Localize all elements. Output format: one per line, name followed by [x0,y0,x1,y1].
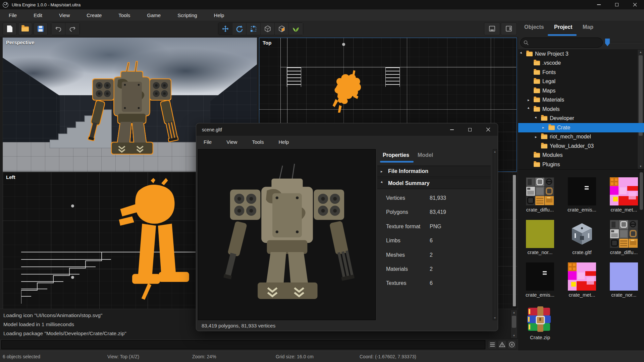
asset-thumbnail-pink-texture[interactable] [568,262,596,291]
asset-grid: crate_diffu... crate_emis... crate_met..… [518,169,644,351]
selection-handle-dot[interactable] [342,43,345,46]
scale-icon [250,25,258,33]
tree-item--vscode[interactable]: .vscode [518,59,644,68]
asset-thumbnail-zip-archive[interactable] [526,305,554,333]
tree-item-plugins[interactable]: Plugins [518,160,644,169]
tree-item-fonts[interactable]: Fonts [518,68,644,77]
redo-button[interactable] [65,23,79,35]
asset-thumbnail-periwinkle-texture[interactable] [610,262,638,291]
tree-item-crate[interactable]: ▸Crate [518,123,644,132]
warnings-toggle-button[interactable] [498,340,506,349]
model-viewer-window[interactable]: scene.gltf FileViewToolsHelp Properties … [196,123,498,331]
status-coord: Coord: (-1.67602, 7.93373) [360,354,416,359]
maximize-button[interactable] [608,0,626,9]
model-menu-help[interactable]: Help [278,139,289,145]
new-file-button[interactable] [3,22,17,35]
asset-thumbnail-black-texture[interactable] [526,262,554,291]
thumbnail-size-slider-track[interactable] [606,42,642,43]
menu-create[interactable]: Create [87,12,102,18]
tree-item-label: Plugins [542,162,560,168]
console-menu-button[interactable] [488,340,497,349]
asset-thumbnail-crate-texture[interactable] [610,220,638,248]
scroll-down-icon[interactable]: ▼ [493,316,497,320]
menu-tools[interactable]: Tools [118,12,130,18]
mech-side-silhouette[interactable] [118,177,199,306]
tree-item-developer[interactable]: ▸Developer [518,114,644,123]
tree-item-legal[interactable]: Legal [518,77,644,86]
cube-wireframe-icon [264,25,272,33]
asset-thumbnail-crate-texture[interactable] [526,177,554,205]
close-icon [633,3,637,7]
tree-item-label: Models [542,106,560,112]
scroll-down-icon[interactable]: ▼ [511,333,517,338]
layout-single-viewport-button[interactable] [484,22,500,35]
scroll-up-icon[interactable]: ▲ [493,149,497,154]
tab-properties[interactable]: Properties [383,152,409,158]
wireframe-cube-button[interactable] [261,23,275,35]
close-button[interactable] [626,0,644,9]
model-preview[interactable] [198,149,376,320]
properties-scrollbar[interactable]: ▲ ▼ [493,149,497,320]
chevron-expanded-icon: ▸ [534,115,541,123]
section-file-information[interactable]: ▸ File Information [377,166,491,177]
move-tool-button[interactable] [218,23,232,35]
tree-item-models[interactable]: ▸Models [518,105,644,114]
layout-split-icon [505,25,513,33]
model-menu-view[interactable]: View [226,139,237,145]
tab-map[interactable]: Map [583,24,593,30]
tree-item-riot-mech-model[interactable]: ▸riot_mech_model [518,132,644,142]
thumbnail-size-slider-handle[interactable] [605,39,610,46]
tab-objects[interactable]: Objects [524,24,544,30]
asset-search-input[interactable] [520,38,603,48]
project-tree: ▲ ▼ ▸New Project 3.vscodeFontsLegalMaps▸… [518,49,644,169]
menu-game[interactable]: Game [147,12,161,18]
undo-button[interactable] [51,23,65,35]
model-menu-file[interactable]: File [204,139,212,145]
console-scrollbar[interactable]: ▲ ▼ [511,310,518,339]
tree-item-materials[interactable]: ▸Materials [518,96,644,105]
section-model-summary[interactable]: ▸ Model Summary [377,178,491,189]
menu-scripting[interactable]: Scripting [177,12,197,18]
tree-item-new-project-3[interactable]: ▸New Project 3 [518,49,644,59]
command-input[interactable] [1,340,485,349]
rotate-tool-button[interactable] [232,23,247,35]
window-title: Ultra Engine 1.0.0 - Maps/start.ultra [12,2,80,7]
folder-icon [526,52,533,56]
menu-file[interactable]: File [9,12,17,18]
assets-scroll-thumb[interactable] [640,172,643,210]
tree-item-label: riot_mech_model [550,134,591,140]
selection-handle-dot[interactable] [71,204,74,207]
asset-thumbnail-black-texture[interactable] [568,177,596,205]
selection-handle-dot[interactable] [71,276,74,279]
asset-thumbnail-olive-texture[interactable] [526,220,554,248]
folder-icon [534,153,540,158]
console-scroll-thumb[interactable] [512,316,516,328]
viewport-scrollbar[interactable] [513,175,516,306]
scroll-up-icon[interactable]: ▲ [511,310,517,315]
asset-thumbnail-cube-model[interactable] [568,220,596,248]
vegetation-tool-button[interactable] [289,23,303,35]
tree-item-modules[interactable]: Modules [518,151,644,160]
errors-toggle-button[interactable] [507,340,516,349]
tab-model[interactable]: Model [418,152,433,158]
property-label: Meshes [386,252,405,258]
tree-item-maps[interactable]: Maps [518,86,644,96]
menu-edit[interactable]: Edit [34,12,42,18]
tab-project[interactable]: Project [554,24,572,30]
open-file-button[interactable] [18,22,32,35]
menu-view[interactable]: View [59,12,70,18]
ladder-geometry [385,67,400,87]
mech-top-silhouette[interactable] [328,70,361,113]
asset-thumbnail-pink-texture[interactable] [610,177,638,205]
save-button[interactable] [34,22,48,35]
menu-help[interactable]: Help [214,12,224,18]
minimize-button[interactable] [590,0,608,9]
tree-item-yellow-ladder-03[interactable]: Yellow_Ladder_03 [518,141,644,151]
scale-tool-button[interactable] [247,23,261,35]
model-menu-tools[interactable]: Tools [252,139,264,145]
mech-model-selected[interactable] [82,61,182,169]
layout-split-viewport-button[interactable] [501,22,517,35]
chevron-expanded-icon: ▸ [527,106,534,114]
tree-item-label: .vscode [542,60,561,66]
solid-cube-button[interactable] [275,23,289,35]
